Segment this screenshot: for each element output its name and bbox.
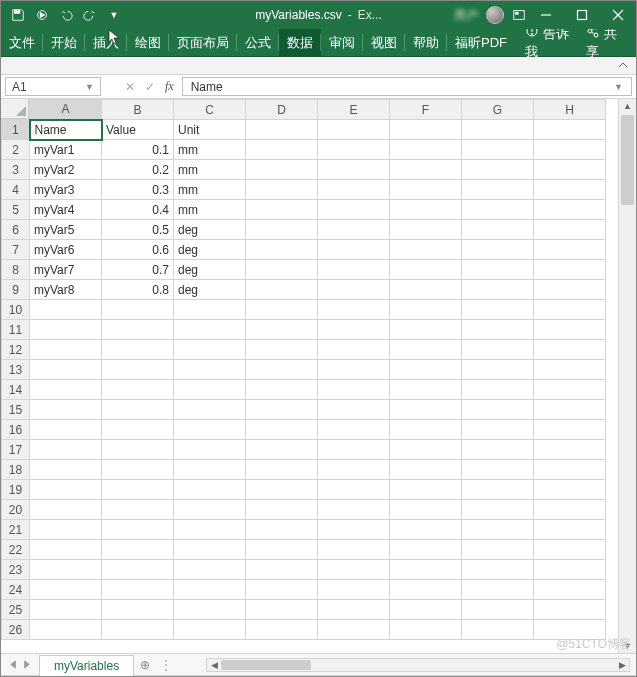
cell-H11[interactable] [534,320,606,340]
ribbon-tab-视图[interactable]: 视图 [363,29,405,56]
cell-C1[interactable]: Unit [174,120,246,140]
cell-E15[interactable] [318,400,390,420]
cell-F24[interactable] [390,580,462,600]
cell-A26[interactable] [30,620,102,640]
cell-G24[interactable] [462,580,534,600]
cell-B8[interactable]: 0.7 [102,260,174,280]
ribbon-tab-审阅[interactable]: 审阅 [321,29,363,56]
cell-E21[interactable] [318,520,390,540]
cell-G10[interactable] [462,300,534,320]
chevron-down-icon[interactable]: ▼ [85,82,94,92]
cell-G22[interactable] [462,540,534,560]
row-header-6[interactable]: 6 [2,220,30,240]
cell-F15[interactable] [390,400,462,420]
cell-F9[interactable] [390,280,462,300]
cell-B14[interactable] [102,380,174,400]
cell-C23[interactable] [174,560,246,580]
cell-G8[interactable] [462,260,534,280]
cell-F20[interactable] [390,500,462,520]
cell-D20[interactable] [246,500,318,520]
cell-B11[interactable] [102,320,174,340]
cell-E20[interactable] [318,500,390,520]
cell-G18[interactable] [462,460,534,480]
cell-H7[interactable] [534,240,606,260]
account-area[interactable]: 用户 [454,6,526,24]
cell-A13[interactable] [30,360,102,380]
cell-H3[interactable] [534,160,606,180]
cell-C10[interactable] [174,300,246,320]
cell-D22[interactable] [246,540,318,560]
cell-E5[interactable] [318,200,390,220]
horizontal-scrollbar[interactable]: ◀ ▶ [206,658,630,672]
cell-F19[interactable] [390,480,462,500]
row-header-22[interactable]: 22 [2,540,30,560]
sheet-prev-icon[interactable] [9,660,18,669]
cell-D26[interactable] [246,620,318,640]
cell-B5[interactable]: 0.4 [102,200,174,220]
cell-E25[interactable] [318,600,390,620]
col-header-F[interactable]: F [390,100,462,120]
col-header-E[interactable]: E [318,100,390,120]
cell-E7[interactable] [318,240,390,260]
enter-icon[interactable]: ✓ [145,80,155,94]
cell-D8[interactable] [246,260,318,280]
row-header-19[interactable]: 19 [2,480,30,500]
cell-E26[interactable] [318,620,390,640]
cell-C5[interactable]: mm [174,200,246,220]
row-header-26[interactable]: 26 [2,620,30,640]
ribbon-tab-绘图[interactable]: 绘图 [127,29,169,56]
cell-C21[interactable] [174,520,246,540]
maximize-button[interactable] [564,1,600,29]
cell-G12[interactable] [462,340,534,360]
cell-H12[interactable] [534,340,606,360]
cell-B17[interactable] [102,440,174,460]
select-all-corner[interactable] [1,99,29,119]
cell-E14[interactable] [318,380,390,400]
redo-icon[interactable] [79,4,101,26]
cell-A15[interactable] [30,400,102,420]
cell-D17[interactable] [246,440,318,460]
cell-C16[interactable] [174,420,246,440]
cell-C25[interactable] [174,600,246,620]
row-header-8[interactable]: 8 [2,260,30,280]
cell-F18[interactable] [390,460,462,480]
cell-D19[interactable] [246,480,318,500]
cell-D10[interactable] [246,300,318,320]
vertical-scrollbar[interactable]: ▲ ▼ [618,99,636,653]
name-box[interactable]: A1 ▼ [5,77,101,96]
cell-F1[interactable] [390,120,462,140]
cell-H14[interactable] [534,380,606,400]
cell-H18[interactable] [534,460,606,480]
cell-G5[interactable] [462,200,534,220]
cell-A12[interactable] [30,340,102,360]
cell-A10[interactable] [30,300,102,320]
cell-F21[interactable] [390,520,462,540]
share-button[interactable]: 共享 [586,24,626,61]
cell-E11[interactable] [318,320,390,340]
cell-A24[interactable] [30,580,102,600]
cell-A22[interactable] [30,540,102,560]
vertical-scroll-thumb[interactable] [621,115,634,205]
cell-F13[interactable] [390,360,462,380]
row-header-2[interactable]: 2 [2,140,30,160]
cell-E6[interactable] [318,220,390,240]
cell-G17[interactable] [462,440,534,460]
cell-G7[interactable] [462,240,534,260]
cell-G4[interactable] [462,180,534,200]
cell-D11[interactable] [246,320,318,340]
cell-A5[interactable]: myVar4 [30,200,102,220]
scroll-up-icon[interactable]: ▲ [619,99,636,113]
cell-E2[interactable] [318,140,390,160]
scroll-down-icon[interactable]: ▼ [619,639,636,653]
row-header-20[interactable]: 20 [2,500,30,520]
cell-H24[interactable] [534,580,606,600]
cell-H10[interactable] [534,300,606,320]
cell-A23[interactable] [30,560,102,580]
cell-A1[interactable]: Name [30,120,102,140]
row-header-24[interactable]: 24 [2,580,30,600]
cell-D15[interactable] [246,400,318,420]
cell-G23[interactable] [462,560,534,580]
cell-E22[interactable] [318,540,390,560]
cell-A25[interactable] [30,600,102,620]
cell-H21[interactable] [534,520,606,540]
